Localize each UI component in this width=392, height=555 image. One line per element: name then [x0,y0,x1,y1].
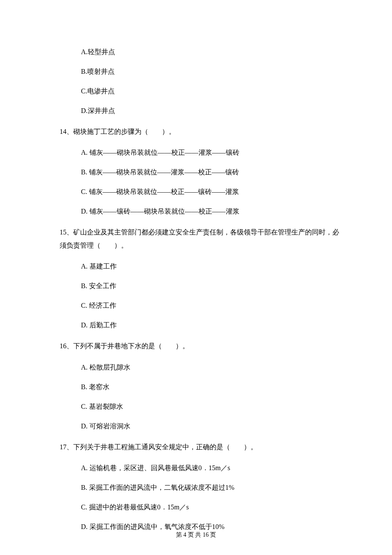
q14-option-c: C. 铺灰——砌块吊装就位——校正——镶砖——灌浆 [81,187,341,197]
q16-option-b: B. 老窑水 [81,382,341,392]
q16-option-a: A. 松散层孔隙水 [81,362,341,373]
q14-option-d: D. 铺灰——镶砖——砌块吊装就位——校正——灌浆 [81,206,341,217]
q14-option-b: B. 铺灰——砌块吊装就位——灌浆——校正——镶砖 [81,167,341,177]
q13-option-c: C.电渗井点 [81,86,341,96]
q15-option-a: A. 基建工作 [81,261,341,272]
q15-option-d: D. 后勤工作 [81,320,341,330]
q17-option-d: D. 采掘工作面的进风流中，氧气浓度不低于10% [81,522,341,532]
page-body: A.轻型井点 B.喷射井点 C.电渗井点 D.深井井点 14、砌块施丁工艺的步骤… [0,0,392,532]
q15-option-b: B. 安全工作 [81,281,341,291]
page-footer: 第 4 页 共 16 页 [0,531,392,539]
q14-text: 14、砌块施丁工艺的步骤为（ ）。 [60,125,341,138]
q13-option-b: B.喷射井点 [81,66,341,77]
q16-text: 16、下列不属于井巷地下水的是（ ）。 [60,340,341,353]
q17-text: 17、下列关于井巷工程施工通风安全规定中，正确的是（ ）。 [60,441,341,454]
q16-option-d: D. 可熔岩溶洞水 [81,421,341,431]
q16-option-c: C. 基岩裂隙水 [81,402,341,412]
q17-option-a: A. 运输机巷，采区进、回风巷最低风速0．15m／s [81,463,341,473]
q13-option-a: A.轻型井点 [81,47,341,57]
q15-option-c: C. 经济工作 [81,301,341,311]
q15-text: 15、矿山企业及其主管部门都必须建立安全生产责任制，各级领导干部在管理生产的同时… [60,226,341,252]
q14-option-a: A. 铺灰——砌块吊装就位——校正——灌浆——镶砖 [81,147,341,158]
q13-option-d: D.深井井点 [81,106,341,116]
q17-option-b: B. 采掘工作面的进风流中，二氧化碳浓度不超过1% [81,483,341,493]
q17-option-c: C. 掘进中的岩巷最低风速0．15m／s [81,502,341,512]
